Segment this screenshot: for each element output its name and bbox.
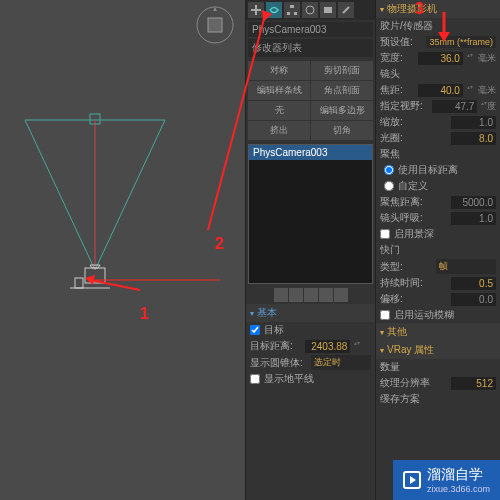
misc-rollout[interactable]: 其他	[376, 323, 500, 341]
camera-cone-drawing	[20, 120, 230, 340]
stack-icon[interactable]	[319, 288, 333, 302]
preset-dropdown[interactable]: 35mm (**frame)	[426, 36, 496, 48]
phys-camera-rollout[interactable]: 物理摄影机	[376, 0, 500, 18]
play-icon	[403, 471, 421, 489]
svg-line-5	[95, 120, 165, 270]
command-panel-tabs	[246, 0, 375, 20]
stack-icon[interactable]	[274, 288, 288, 302]
mod-chamfer[interactable]: 切角	[311, 121, 373, 140]
svg-rect-14	[294, 12, 297, 15]
cache-label: 缓存方案	[380, 392, 420, 406]
svg-rect-1	[208, 18, 222, 32]
type-label: 类型:	[380, 260, 403, 274]
motion-blur-checkbox[interactable]	[380, 310, 390, 320]
type-dropdown[interactable]: 帧	[436, 259, 496, 274]
show-cone-label: 显示圆锥体:	[250, 356, 303, 370]
object-name-field[interactable]: PhysCamera003	[248, 22, 373, 37]
modify-tab-icon[interactable]	[266, 2, 282, 18]
lens-label: 镜头	[380, 67, 400, 81]
width-label: 宽度:	[380, 51, 403, 65]
target-dist-label: 目标距离:	[250, 339, 293, 353]
focus-dist-label: 聚焦距离:	[380, 195, 423, 209]
use-target-radio[interactable]	[384, 165, 394, 175]
mod-edit-mesh[interactable]: 编辑多边形	[311, 101, 373, 120]
motion-tab-icon[interactable]	[302, 2, 318, 18]
duration-value[interactable]: 0.5	[451, 277, 496, 290]
utilities-tab-icon[interactable]	[338, 2, 354, 18]
show-cone-dropdown[interactable]: 选定时	[311, 355, 371, 370]
svg-rect-13	[287, 12, 290, 15]
offset-value[interactable]: 0.0	[451, 293, 496, 306]
focal-unit: 毫米	[478, 84, 496, 97]
modifier-stack[interactable]: PhysCamera003	[248, 144, 373, 284]
fov-label: 指定视野:	[380, 99, 423, 113]
target-dist-value[interactable]: 2403.88	[305, 340, 350, 353]
zoom-label: 缩放:	[380, 115, 403, 129]
mod-shear[interactable]: 剪切剖面	[311, 61, 373, 80]
viewport[interactable]	[0, 0, 245, 500]
display-tab-icon[interactable]	[320, 2, 336, 18]
stack-icon[interactable]	[304, 288, 318, 302]
svg-rect-12	[290, 5, 294, 8]
stack-icons	[246, 286, 375, 304]
hierarchy-tab-icon[interactable]	[284, 2, 300, 18]
preset-label: 预设值:	[380, 35, 413, 49]
target-checkbox[interactable]	[250, 325, 260, 335]
svg-rect-9	[75, 278, 83, 288]
mod-shell[interactable]: 壳	[248, 101, 310, 120]
mod-symmetry[interactable]: 对称	[248, 61, 310, 80]
vray-attr-rollout[interactable]: VRay 属性	[376, 341, 500, 359]
viewcube[interactable]	[195, 5, 235, 45]
motion-blur-label: 启用运动模糊	[394, 308, 454, 322]
watermark-brand: 溜溜自学	[427, 466, 490, 484]
zoom-value[interactable]: 1.0	[451, 116, 496, 129]
physical-camera-panel: 物理摄影机 胶片/传感器 预设值:35mm (**frame) 宽度:36.0毫…	[375, 0, 500, 500]
film-sensor-label: 胶片/传感器	[380, 19, 433, 33]
dof-checkbox[interactable]	[380, 229, 390, 239]
modifier-buttons: 对称 剪切剖面 编辑样条线 角点剖面 壳 编辑多边形 挤出 切角	[246, 59, 375, 142]
dof-label: 启用景深	[394, 227, 434, 241]
tex-res-label: 纹理分辨率	[380, 376, 430, 390]
basic-rollout[interactable]: 基本	[246, 304, 375, 322]
svg-point-15	[306, 6, 314, 14]
offset-label: 偏移:	[380, 292, 403, 306]
aperture-label: 光圈:	[380, 131, 403, 145]
custom-label: 自定义	[398, 179, 428, 193]
create-tab-icon[interactable]	[248, 2, 264, 18]
watermark-url: zixue.3d66.com	[427, 484, 490, 494]
tex-res-value[interactable]: 512	[451, 377, 496, 390]
mod-edit-spline[interactable]: 编辑样条线	[248, 81, 310, 100]
svg-line-4	[25, 120, 95, 270]
shutter-label: 快门	[380, 243, 400, 257]
focal-value[interactable]: 40.0	[418, 84, 463, 97]
svg-marker-2	[213, 7, 217, 11]
use-target-label: 使用目标距离	[398, 163, 458, 177]
target-label: 目标	[264, 323, 284, 337]
mod-extrude[interactable]: 挤出	[248, 121, 310, 140]
fov-value[interactable]: 47.7	[432, 100, 477, 113]
fov-unit: 度	[487, 100, 496, 113]
mod-corner[interactable]: 角点剖面	[311, 81, 373, 100]
duration-label: 持续时间:	[380, 276, 423, 290]
focal-label: 焦距:	[380, 83, 403, 97]
modifier-list-dropdown[interactable]: 修改器列表	[248, 39, 373, 57]
modifier-panel: PhysCamera003 修改器列表 对称 剪切剖面 编辑样条线 角点剖面 壳…	[245, 0, 375, 500]
width-unit: 毫米	[478, 52, 496, 65]
horizon-label: 显示地平线	[264, 372, 314, 386]
width-value[interactable]: 36.0	[418, 52, 463, 65]
custom-radio[interactable]	[384, 181, 394, 191]
focus-dist-value[interactable]: 5000.0	[451, 196, 496, 209]
stack-item[interactable]: PhysCamera003	[249, 145, 372, 160]
lens-breathe-label: 镜头呼吸:	[380, 211, 423, 225]
horizon-checkbox[interactable]	[250, 374, 260, 384]
watermark: 溜溜自学 zixue.3d66.com	[393, 460, 500, 500]
stack-icon[interactable]	[289, 288, 303, 302]
aperture-value[interactable]: 8.0	[451, 132, 496, 145]
lens-breathe-value[interactable]: 1.0	[451, 212, 496, 225]
svg-rect-16	[324, 7, 332, 13]
count-label: 数量	[380, 360, 400, 374]
svg-rect-8	[85, 268, 105, 283]
focus-label: 聚焦	[380, 147, 400, 161]
stack-icon[interactable]	[334, 288, 348, 302]
